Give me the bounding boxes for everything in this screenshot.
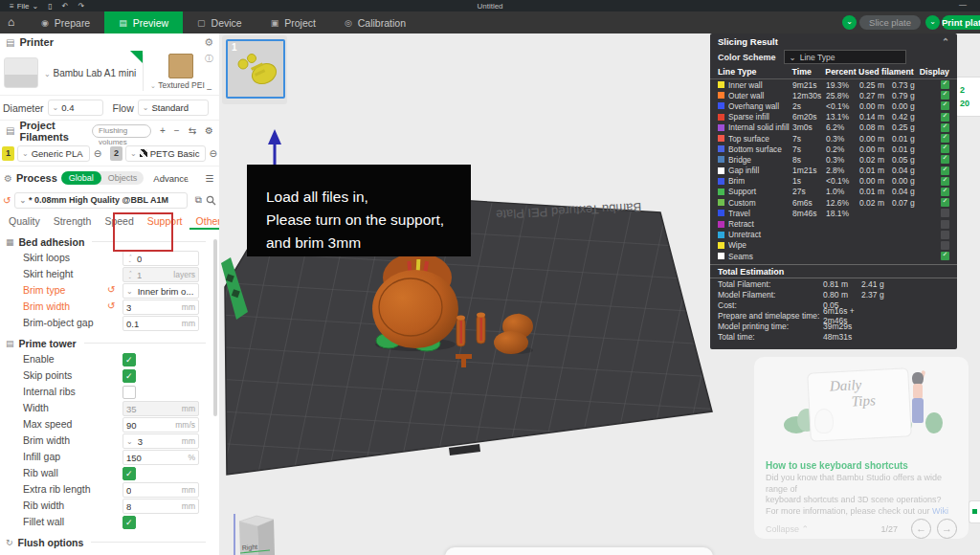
nav-tab[interactable]: ▢ Device	[183, 11, 256, 33]
setting-row: Skip points ↺ ⌃⌄ ⌄	[0, 367, 219, 384]
setting-checkbox[interactable]	[122, 369, 136, 383]
save-preset-icon[interactable]: ⧉	[195, 194, 202, 206]
printer-select[interactable]: ⌄ Bambu Lab A1 mini	[0, 51, 143, 95]
search-preset-icon[interactable]	[206, 195, 216, 206]
display-checkbox[interactable]	[941, 198, 949, 207]
reset-preset-icon[interactable]: ↺	[3, 195, 11, 206]
reset-setting-icon[interactable]: ↺	[107, 300, 115, 311]
filament-settings-gear-icon[interactable]: ⚙	[205, 125, 213, 136]
filament-2-select[interactable]: ⌄ PETG Basic	[125, 145, 206, 162]
display-checkbox[interactable]	[941, 252, 949, 260]
remove-filament-button[interactable]: −	[174, 125, 180, 136]
nav-tab[interactable]: ▤ Preview	[104, 11, 183, 33]
collapse-button[interactable]: Collapse ⌃	[766, 524, 809, 534]
navigation-cube[interactable]: Right	[228, 506, 287, 555]
setting-field[interactable]: ⌃⌄ ⌄ 150 %	[122, 450, 199, 465]
list-view-icon[interactable]: ☰	[206, 173, 214, 184]
plate-thumbnail[interactable]: 1	[226, 39, 285, 99]
setting-checkbox[interactable]	[122, 386, 136, 399]
collapse-panel-icon[interactable]: ⌃	[942, 36, 949, 47]
z-axis-arrow	[268, 129, 281, 169]
display-checkbox[interactable]	[941, 231, 949, 239]
process-tab[interactable]: Quality	[2, 215, 47, 230]
setting-checkbox[interactable]	[122, 467, 136, 480]
process-tab[interactable]: Strength	[47, 215, 99, 230]
spinner-icons[interactable]: ⌃⌄	[125, 255, 134, 262]
display-checkbox[interactable]	[941, 241, 949, 250]
setting-label: Fillet wall	[23, 516, 64, 527]
next-tip-button[interactable]: →	[937, 519, 957, 539]
filament-1-edit-icon[interactable]: ⊖	[94, 148, 101, 159]
plate-select[interactable]: ⓘ ⌄ Textured PEI _	[144, 51, 218, 95]
display-checkbox[interactable]	[941, 91, 949, 100]
setting-field[interactable]: ⌃⌄ ⌄ 1 layers	[122, 267, 199, 282]
line-type-color-swatch	[718, 221, 724, 228]
display-checkbox[interactable]	[941, 155, 949, 164]
tip-title[interactable]: How to use keyboard shortcuts	[766, 460, 969, 471]
display-checkbox[interactable]	[941, 134, 949, 143]
slice-plate-button[interactable]: Slice plate	[859, 15, 921, 30]
printer-settings-gear-icon[interactable]: ⚙	[204, 36, 213, 49]
flow-select[interactable]: ⌄ Standard	[138, 100, 209, 116]
setting-field[interactable]: ⌃⌄ ⌄ 0.1 mm	[122, 316, 199, 331]
slice-dropdown-button[interactable]: ⌄	[842, 15, 857, 30]
setting-field[interactable]: ⌃⌄ ⌄ 8 mm	[122, 499, 199, 514]
info-icon[interactable]: ⓘ	[205, 53, 213, 65]
print-plate-button[interactable]: Print plate	[942, 15, 980, 30]
display-checkbox[interactable]	[941, 209, 949, 217]
home-icon[interactable]: ⌂	[8, 15, 14, 29]
wiki-link[interactable]: Wiki	[932, 506, 948, 516]
setting-field[interactable]: ⌃⌄ ⌄ 0 mm	[122, 482, 199, 498]
setting-field[interactable]: ⌃⌄ ⌄ 3 mm	[122, 300, 199, 315]
process-tabs: Quality Strength Speed Support Others	[0, 211, 219, 230]
3d-viewport[interactable]: Bambu Textured PEI Plate	[219, 33, 980, 555]
filament-2-edit-icon[interactable]: ⊖	[210, 148, 217, 159]
caret-down-icon: ⌄	[19, 196, 26, 205]
setting-field[interactable]: ⌃⌄ ⌄ 0	[122, 251, 199, 266]
scope-objects[interactable]: Objects	[101, 173, 145, 183]
nav-tab[interactable]: ◎ Calibration	[330, 11, 420, 33]
display-checkbox[interactable]	[941, 144, 949, 153]
display-checkbox[interactable]	[941, 188, 949, 196]
print-dropdown-button[interactable]: ⌄	[925, 15, 940, 30]
setting-checkbox[interactable]	[122, 353, 136, 366]
display-checkbox[interactable]	[941, 80, 949, 89]
flushing-volumes-button[interactable]: Flushing volumes	[92, 124, 151, 138]
scope-toggle[interactable]: Global Objects	[61, 171, 145, 185]
divider	[91, 542, 206, 543]
plate-thumbnail-card[interactable]: 1	[222, 35, 287, 104]
bottom-toolbar[interactable]	[445, 547, 713, 555]
process-preset-select[interactable]: ⌄ * 0.08mm High Quality @BBL A1M	[14, 192, 187, 209]
window-title: Untitled	[0, 2, 980, 11]
setting-label: Skirt loops	[23, 252, 70, 263]
display-checkbox[interactable]	[941, 123, 949, 132]
setting-checkbox[interactable]	[122, 516, 136, 529]
add-filament-button[interactable]: +	[160, 125, 166, 136]
setting-field[interactable]: ⌃⌄ ⌄ 35 mm	[122, 401, 199, 416]
display-checkbox[interactable]	[941, 177, 949, 186]
sidebar-scrollbar[interactable]	[213, 239, 217, 416]
setting-field[interactable]: ⌃⌄ ⌄ 3 mm	[122, 433, 199, 449]
spinner-icons[interactable]: ⌃⌄	[125, 271, 134, 278]
display-checkbox[interactable]	[941, 101, 949, 110]
table-row: Seams	[710, 251, 957, 261]
minimize-button[interactable]: —	[959, 0, 967, 9]
sync-filament-icon[interactable]: ⇆	[189, 125, 196, 136]
setting-field[interactable]: ⌃⌄ ⌄ Inner brim o...	[122, 283, 199, 299]
nav-tab[interactable]: ▣ Project	[256, 11, 330, 33]
setting-field[interactable]: ⌃⌄ ⌄ 90 mm/s	[122, 417, 199, 433]
nav-tab[interactable]: ◉ Prepare	[27, 11, 104, 33]
filament-color-swatch	[140, 149, 147, 157]
cut-off-panel[interactable]	[969, 500, 980, 523]
display-checkbox[interactable]	[941, 166, 949, 175]
display-checkbox[interactable]	[941, 220, 949, 229]
color-scheme-select[interactable]: ⌄ Line Type	[784, 50, 906, 64]
diameter-select[interactable]: ⌄ 0.4	[48, 100, 103, 116]
previous-tip-button[interactable]: ←	[911, 519, 931, 539]
setting-row: Extra rib length ↺ ⌃⌄ ⌄ 0 mm	[0, 481, 219, 498]
filament-1-select[interactable]: ⌄ Generic PLA	[17, 145, 90, 162]
display-checkbox[interactable]	[941, 113, 949, 122]
reset-setting-icon[interactable]: ↺	[107, 284, 115, 295]
layer-range-indicator[interactable]: 2 20	[955, 77, 980, 117]
scope-global[interactable]: Global	[61, 171, 101, 185]
